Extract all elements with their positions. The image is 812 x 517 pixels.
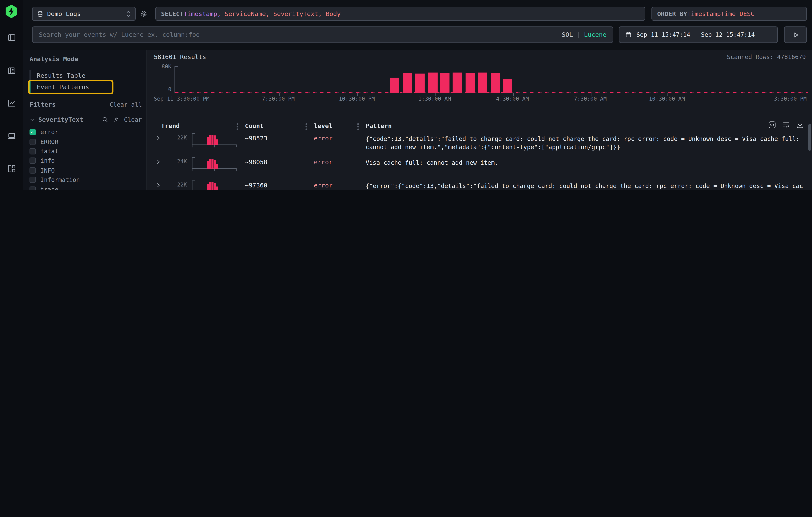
trend-ymax-label: 22K	[169, 131, 187, 140]
sessions-icon[interactable]	[4, 128, 19, 144]
dashboards-icon[interactable]	[4, 161, 19, 176]
trend-ymax-label: 22K	[169, 178, 187, 188]
search-logs-icon[interactable]	[4, 63, 19, 78]
filter-option-Information[interactable]: Information	[30, 175, 142, 184]
row-expand-chevron-icon[interactable]	[154, 131, 170, 141]
mode-lucene[interactable]: Lucene	[584, 31, 607, 38]
order-by-input[interactable]: ORDER BY TimestampTime DESC	[651, 7, 807, 21]
x-axis-tick-label: 10:30:00 PM	[339, 95, 375, 102]
chevron-down-icon	[30, 117, 35, 122]
histogram-plot-area[interactable]	[174, 66, 808, 93]
histogram-bar	[478, 73, 488, 93]
severity-group-title: SeverityText	[38, 116, 83, 123]
checkbox[interactable]	[30, 158, 36, 164]
pattern-row[interactable]: 24K ~98058 error Visa cache full: cannot…	[154, 154, 806, 178]
row-expand-chevron-icon[interactable]	[154, 178, 170, 188]
app-root: ? U Demo Logs SELECT Timestamp, ServiceN…	[0, 0, 812, 190]
checkbox[interactable]	[30, 148, 36, 154]
histogram-bar	[403, 73, 412, 93]
nav-results-table[interactable]: Results Table	[30, 70, 108, 81]
filters-title: Filters	[30, 101, 56, 108]
pattern-text: {"error":{"code":13,"details":"failed to…	[366, 178, 806, 190]
histogram-bar	[390, 78, 400, 93]
gear-icon	[140, 10, 148, 18]
histogram-bar	[465, 73, 475, 93]
pattern-row[interactable]: 22K ~97360 error {"error":{"code":13,"de…	[154, 178, 806, 190]
nav-event-patterns[interactable]: Event Patterns	[30, 81, 112, 93]
trend-sparkline	[191, 179, 245, 190]
time-range-value: Sep 11 15:47:14 - Sep 12 15:47:14	[636, 31, 755, 38]
x-axis-tick-label: 7:30:00 AM	[574, 95, 607, 102]
filter-sidebar: Analysis Mode Results Table Event Patter…	[23, 50, 147, 190]
filter-option-trace[interactable]: trace	[30, 184, 142, 190]
x-axis-tick-label: Sep 11 3:30:00 PM	[154, 95, 209, 102]
analysis-mode-title: Analysis Mode	[30, 55, 142, 63]
histogram-bar	[415, 73, 425, 93]
wrap-text-icon[interactable]	[782, 121, 790, 129]
left-icon-rail: ? U	[0, 0, 23, 190]
filter-option-fatal[interactable]: fatal	[30, 146, 142, 156]
search-input[interactable]: Search your events w/ Lucene ex. column:…	[32, 27, 613, 43]
search-icon[interactable]	[102, 117, 109, 123]
y-axis-top-tick	[175, 66, 178, 66]
filter-option-label: ERROR	[40, 138, 58, 145]
filter-option-INFO[interactable]: INFO	[30, 166, 142, 175]
checkbox[interactable]	[30, 167, 36, 174]
select-updown-icon	[126, 10, 131, 18]
histogram-bar	[491, 73, 500, 93]
column-drag-dots-icon[interactable]	[306, 123, 307, 130]
run-query-button[interactable]	[784, 27, 807, 43]
filter-option-ERROR[interactable]: ERROR	[30, 137, 142, 146]
view-source-icon[interactable]	[768, 121, 776, 129]
checkbox[interactable]	[30, 177, 36, 183]
clear-all-link[interactable]: Clear all	[110, 101, 142, 108]
filter-option-error[interactable]: error	[30, 127, 142, 137]
collapse-sidebar-icon[interactable]	[4, 30, 19, 45]
search-placeholder: Search your events w/ Lucene ex. column:…	[39, 31, 200, 38]
level-value: error	[314, 154, 366, 166]
sql-column-token: Body	[322, 10, 341, 17]
x-axis-tick-label: 10:30:00 AM	[649, 95, 685, 102]
source-settings-button[interactable]	[140, 10, 148, 18]
column-drag-dots-icon[interactable]	[357, 123, 359, 130]
pin-icon[interactable]	[113, 117, 119, 123]
column-header-trend[interactable]: Trend	[154, 122, 245, 130]
analysis-mode-nav: Results Table Event Patterns	[30, 70, 142, 93]
pattern-row[interactable]: 22K ~98523 error {"code":13,"details":"f…	[154, 131, 806, 154]
vertical-scrollbar[interactable]	[808, 124, 811, 151]
checkbox[interactable]	[30, 129, 36, 136]
patterns-table-body: 22K ~98523 error {"code":13,"details":"f…	[154, 131, 806, 190]
filter-option-info[interactable]: info	[30, 156, 142, 166]
play-icon	[792, 31, 799, 38]
pattern-text: {"code":13,"details":"failed to charge c…	[366, 131, 806, 151]
x-axis-tick-label: 4:30:00 AM	[496, 95, 529, 102]
column-drag-dots-icon[interactable]	[237, 123, 238, 130]
column-header-pattern[interactable]: Pattern	[366, 122, 806, 130]
sql-column-token: Timestamp,	[183, 10, 221, 17]
source-select[interactable]: Demo Logs	[32, 7, 136, 21]
filter-option-label: error	[40, 128, 58, 136]
sql-keyword: SELECT	[161, 10, 183, 17]
severity-clear-link[interactable]: Clear	[124, 116, 142, 123]
checkbox[interactable]	[30, 139, 36, 145]
download-icon[interactable]	[796, 121, 804, 129]
filter-option-label: info	[40, 157, 55, 164]
query-language-toggle: SQL | Lucene	[562, 31, 607, 38]
severity-group-header[interactable]: SeverityText Clear	[30, 116, 142, 123]
row-expand-chevron-icon[interactable]	[154, 154, 170, 165]
count-value: ~98058	[245, 154, 314, 166]
checkbox[interactable]	[30, 186, 36, 190]
chart-explorer-icon[interactable]	[4, 95, 19, 111]
severity-options: errorERRORfatalinfoINFOInformationtracew…	[30, 127, 142, 190]
mode-separator: |	[577, 31, 580, 38]
mode-sql[interactable]: SQL	[562, 31, 573, 38]
time-range-picker[interactable]: Sep 11 15:47:14 - Sep 12 15:47:14	[619, 27, 778, 43]
sql-columns: Timestamp, ServiceName, SeverityText, Bo…	[183, 10, 341, 17]
trend-sparkline	[191, 156, 245, 172]
sql-select-input[interactable]: SELECT Timestamp, ServiceName, SeverityT…	[155, 7, 645, 21]
histogram-bar	[453, 73, 462, 93]
column-header-count[interactable]: Count	[245, 122, 314, 130]
x-axis-tick-label: 7:30:00 PM	[262, 95, 295, 102]
app-logo-icon[interactable]	[5, 5, 18, 18]
x-axis-tick-label: 1:30:00 AM	[418, 95, 451, 102]
